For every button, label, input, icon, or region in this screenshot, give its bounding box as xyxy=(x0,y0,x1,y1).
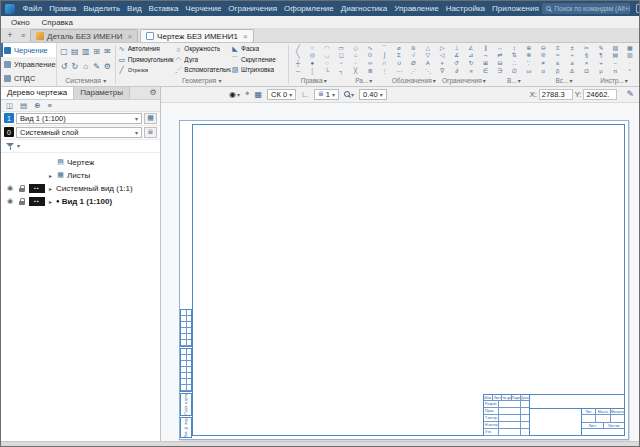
ribbon-tool-icon[interactable]: ∴ xyxy=(512,60,516,66)
geometry-tool-button[interactable]: ◣Фаска xyxy=(231,44,288,55)
document-tab-drawing[interactable]: Чертеж БЕЗ ИМЕНИ1 × xyxy=(140,29,253,42)
ribbon-tool-icon[interactable]: ● xyxy=(311,60,315,66)
layer-options-button[interactable]: ≣ xyxy=(144,127,157,138)
ribbon-tool-icon[interactable]: ÷ xyxy=(570,52,573,58)
ribbon-tool-icon[interactable]: ⋰ xyxy=(410,68,416,74)
ribbon-tool-icon[interactable]: ◻ xyxy=(339,52,344,58)
drawing-sheet[interactable]: Подп. и дата Инв. № подл. Изм.Лист№ доку… xyxy=(179,120,629,440)
ribbon-tool-icon[interactable]: ∿ xyxy=(368,45,373,51)
ribbon-tool-icon[interactable]: ↺ xyxy=(454,60,459,66)
ribbon-tool-icon[interactable]: + xyxy=(599,60,603,66)
ribbon-tool-icon[interactable]: ≥ xyxy=(570,60,573,66)
ortho-mode-icon[interactable]: ∟ xyxy=(301,90,309,99)
current-view-combo[interactable]: Вид 1 (1:100)▾ xyxy=(16,113,142,124)
current-layer-combo[interactable]: Системный слой▾ xyxy=(16,127,142,138)
ribbon-tool-icon[interactable]: ✎ xyxy=(598,45,603,51)
tab-parameters[interactable]: Параметры xyxy=(74,87,130,99)
ribbon-tool-icon[interactable]: ⊖ xyxy=(541,45,546,51)
geometry-tool-button[interactable]: ▨Штриховка xyxy=(231,65,288,76)
visibility-eye-icon[interactable]: ◉ xyxy=(5,184,15,192)
visibility-eye-icon[interactable]: ◉ xyxy=(5,197,15,205)
ribbon-group-label[interactable]: Ра...▾ xyxy=(339,76,389,86)
tree-item-sheets[interactable]: ▸ ▦ Листы xyxy=(1,169,160,182)
crosshair-icon[interactable]: ⌖ xyxy=(245,89,250,99)
menu-item[interactable]: Оформление xyxy=(281,1,338,16)
menu-item[interactable]: Вид xyxy=(124,1,145,16)
geometry-tool-button[interactable]: ◠Дуга xyxy=(174,55,231,66)
tab-drawing-tree[interactable]: Дерево чертежа xyxy=(1,87,74,99)
menu-item[interactable]: Черчение xyxy=(182,1,225,16)
ribbon-tool-icon[interactable]: ∞ xyxy=(368,60,372,66)
filter-icon[interactable] xyxy=(6,142,14,150)
ribbon-tool-icon[interactable]: A xyxy=(426,60,430,66)
document-tab-part[interactable]: Деталь БЕЗ ИМЕНИ × xyxy=(30,29,138,42)
lock-icon[interactable] xyxy=(19,188,25,192)
system-tool-icon[interactable]: ✉ xyxy=(104,47,111,56)
ribbon-tool-icon[interactable]: √ xyxy=(412,52,415,58)
menu-item[interactable]: Выделить xyxy=(80,1,124,16)
snap-settings-button[interactable]: ◉▾ xyxy=(229,90,240,99)
ribbon-tool-icon[interactable]: ∇ xyxy=(440,68,444,74)
coordinate-system-combo[interactable]: СК 0▾ xyxy=(267,89,296,100)
ribbon-tool-icon[interactable]: ╲ xyxy=(296,52,300,58)
ribbon-tab-spds[interactable]: СПДС xyxy=(1,71,56,85)
ribbon-tool-icon[interactable]: ⊞ xyxy=(483,60,488,66)
ribbon-tool-icon[interactable]: ╳ xyxy=(354,68,358,74)
ribbon-tool-icon[interactable]: ◎ xyxy=(310,52,315,58)
ribbon-tool-icon[interactable]: ┼ xyxy=(296,60,300,66)
ribbon-tool-icon[interactable]: ◇ xyxy=(353,45,358,51)
scale-combo[interactable]: 0.40▾ xyxy=(359,89,387,100)
ribbon-tool-icon[interactable]: ∂ xyxy=(455,68,458,74)
system-tool-icon[interactable]: ↻ xyxy=(72,62,79,71)
ribbon-tool-icon[interactable]: ≋ xyxy=(411,45,416,51)
ribbon-group-label[interactable]: В...▾ xyxy=(489,76,539,86)
ribbon-tool-icon[interactable]: └ xyxy=(325,68,329,74)
system-tool-icon[interactable]: ✎ xyxy=(93,62,100,71)
ribbon-tool-icon[interactable]: − xyxy=(614,60,618,66)
command-search[interactable]: Поиск по командам (Alt+/) xyxy=(542,3,630,14)
expand-icon[interactable]: ▸ xyxy=(47,185,54,192)
ribbon-tool-icon[interactable]: ≈ xyxy=(556,52,559,58)
ribbon-tool-icon[interactable]: β xyxy=(556,68,559,74)
ribbon-tool-icon[interactable]: ⊥ xyxy=(454,45,459,51)
ribbon-tool-icon[interactable]: ≤ xyxy=(556,60,559,66)
geometry-tool-button[interactable]: ⋰Вспомогательная прямая xyxy=(174,65,231,76)
geometry-group-label[interactable]: Геометрия▾ xyxy=(116,76,288,86)
menu-item[interactable]: Правка xyxy=(46,1,80,16)
view-options-button[interactable]: ▦ xyxy=(144,113,157,124)
menu-item[interactable]: Приложения xyxy=(489,1,543,16)
menu-item[interactable]: Настройка xyxy=(442,1,488,16)
ribbon-tool-icon[interactable]: ▭ xyxy=(338,45,344,51)
ribbon-tool-icon[interactable]: ∥ xyxy=(484,45,487,51)
geometry-tool-button[interactable]: ○Окружность xyxy=(174,44,231,55)
panel-tool-icon[interactable]: ≡ xyxy=(47,101,51,110)
ribbon-tool-icon[interactable]: ω xyxy=(526,68,531,74)
ribbon-tool-icon[interactable]: Δ xyxy=(570,68,574,74)
menu-item[interactable]: Окно xyxy=(5,18,36,27)
ribbon-tab-management[interactable]: Управление xyxy=(1,57,56,71)
system-group-label[interactable]: Системная▾ xyxy=(57,76,115,86)
ribbon-tool-icon[interactable]: ─ xyxy=(296,68,300,74)
ribbon-tool-icon[interactable]: ╱ xyxy=(296,45,300,51)
ribbon-tool-icon[interactable]: ° xyxy=(629,68,631,74)
system-tool-icon[interactable]: ⚙ xyxy=(104,62,111,71)
ribbon-tool-icon[interactable]: ⊿ xyxy=(469,52,474,58)
ribbon-tool-icon[interactable]: │ xyxy=(310,68,314,74)
menu-item[interactable]: Диагностика xyxy=(337,1,390,16)
ribbon-tool-icon[interactable]: § xyxy=(585,52,588,58)
ribbon-tool-icon[interactable]: ▥ xyxy=(627,52,633,58)
panel-tool-icon[interactable]: ◫ xyxy=(6,101,13,110)
ribbon-tool-icon[interactable]: ¶ xyxy=(599,52,602,58)
ribbon-tool-icon[interactable]: ∡ xyxy=(454,52,459,58)
ribbon-tool-icon[interactable]: ¬ xyxy=(484,52,488,58)
ribbon-tool-icon[interactable]: ✂ xyxy=(584,45,589,51)
ribbon-tool-icon[interactable]: ◦ xyxy=(355,60,357,66)
system-tool-icon[interactable]: ⊞ xyxy=(93,47,100,56)
ribbon-tool-icon[interactable]: ⋱ xyxy=(425,68,431,74)
x-coordinate-field[interactable]: 2788.3 xyxy=(539,89,573,100)
ribbon-tool-icon[interactable]: α xyxy=(541,68,544,74)
ribbon-tool-icon[interactable]: ∈ xyxy=(483,68,488,74)
ribbon-tool-icon[interactable]: ▷ xyxy=(440,45,445,51)
ribbon-tool-icon[interactable]: π xyxy=(613,68,617,74)
ribbon-tool-icon[interactable]: ▤ xyxy=(613,52,619,58)
